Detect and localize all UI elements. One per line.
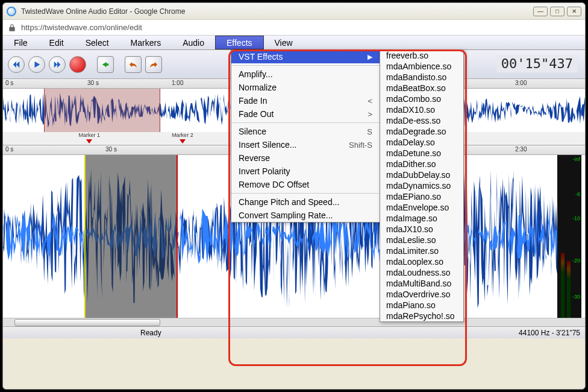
vst-plugin-item[interactable]: mdaDelay.so [380, 137, 463, 148]
menubar: File Edit Select Markers Audio Effects V… [3, 36, 585, 50]
undo-button[interactable] [125, 56, 142, 73]
status-right: 44100 Hz - 3'21"75 [519, 329, 580, 337]
menu-item[interactable]: Fade In< [231, 94, 380, 107]
window-title: TwistedWave Online Audio Editor - Google… [21, 7, 533, 16]
maximize-button[interactable]: □ [550, 7, 565, 16]
ruler-tick: 1:00 [172, 80, 183, 86]
statusbar: Ready 44100 Hz - 3'21"75 [3, 326, 585, 338]
status-left: Ready [140, 329, 161, 337]
ruler-tick: 30 s [87, 80, 99, 86]
vst-plugin-item[interactable]: mdaAmbience.so [380, 61, 463, 72]
menu-item[interactable]: Invert Polarity [231, 165, 380, 178]
menu-select[interactable]: Select [75, 36, 120, 49]
forward-button[interactable] [49, 56, 66, 73]
vst-plugin-item[interactable]: mdaJX10.so [380, 224, 463, 235]
vst-plugin-item[interactable]: freeverb.so [380, 50, 463, 61]
address-bar[interactable]: https://twistedwave.com/online/edit [3, 20, 585, 36]
ruler-tick: 2:30 [515, 146, 527, 153]
effects-dropdown: VST Effects▶ Amplify...NormalizeFade In<… [231, 49, 380, 223]
menu-item[interactable]: Change Pitch and Speed... [231, 195, 380, 209]
export-button[interactable] [97, 56, 114, 73]
menu-item[interactable]: Fade Out> [231, 107, 380, 121]
vst-plugin-item[interactable]: mdaDegrade.so [380, 126, 463, 137]
vst-plugin-item[interactable]: mdaOverdrive.so [380, 289, 463, 300]
vst-plugin-item[interactable]: mdaEnvelope.so [380, 202, 463, 213]
scrollbar-thumb[interactable] [14, 319, 160, 326]
record-button[interactable] [69, 56, 86, 73]
menu-file[interactable]: File [3, 36, 39, 49]
menu-item[interactable]: Amplify... [231, 68, 380, 81]
menu-item-vst-effects[interactable]: VST Effects▶ [231, 50, 380, 63]
url-text: https://twistedwave.com/online/edit [21, 23, 142, 32]
vst-plugin-item[interactable]: mdaBeatBox.so [380, 83, 463, 93]
marker-1[interactable]: Marker 1 [79, 132, 101, 138]
horizontal-scrollbar[interactable] [3, 318, 585, 326]
vst-plugin-item[interactable]: mdaDynamics.so [380, 180, 463, 191]
ruler-tick: 3:00 [515, 80, 527, 86]
vst-plugin-item[interactable]: mdaEPiano.so [380, 191, 463, 202]
vst-plugin-item[interactable]: mdaLeslie.so [380, 235, 463, 245]
menu-item[interactable]: Reverse [231, 151, 380, 165]
vst-plugin-item[interactable]: mdaMultiBand.so [380, 278, 463, 289]
menu-separator [231, 193, 380, 194]
timecode-display: 00'15"437 [496, 55, 578, 72]
menu-item[interactable]: Remove DC Offset [231, 178, 380, 191]
vst-plugin-item[interactable]: mdaPiano.so [380, 300, 463, 311]
menu-view[interactable]: View [264, 36, 304, 49]
overview-selection[interactable] [44, 89, 160, 132]
close-button[interactable]: ✕ [567, 7, 581, 16]
level-meter: -inf -6 -10 -20 -30 [557, 155, 581, 318]
play-button[interactable] [28, 56, 45, 73]
window-titlebar: TwistedWave Online Audio Editor - Google… [3, 3, 585, 20]
vst-plugin-item[interactable]: mdaImage.so [380, 213, 463, 224]
rewind-button[interactable] [8, 56, 25, 73]
menu-item[interactable]: Insert Silence...Shift-S [231, 138, 380, 151]
ruler-tick: 0 s [5, 146, 13, 153]
vst-plugin-item[interactable]: mdaDe-ess.so [380, 115, 463, 126]
menu-edit[interactable]: Edit [39, 36, 75, 49]
vst-plugin-item[interactable]: mdaDubDelay.so [380, 169, 463, 180]
vst-plugin-item[interactable]: mdaLooplex.so [380, 256, 463, 267]
menu-item[interactable]: Normalize [231, 81, 380, 94]
lock-icon [8, 24, 16, 32]
menu-separator [231, 122, 380, 123]
minimize-button[interactable]: — [533, 7, 548, 16]
vst-plugin-item[interactable]: mdaDetune.so [380, 148, 463, 159]
ruler-tick: 0 s [5, 80, 13, 86]
vst-plugin-item[interactable]: mdaDither.so [380, 159, 463, 169]
vst-plugin-item[interactable]: mdaLimiter.so [380, 245, 463, 256]
menu-separator [231, 65, 380, 66]
vst-plugin-item[interactable]: mdaLoudness.so [380, 267, 463, 278]
vst-submenu: freeverb.somdaAmbience.somdaBandisto.som… [380, 49, 464, 322]
vst-plugin-item[interactable]: mdaDX10.so [380, 104, 463, 115]
main-selection[interactable] [84, 155, 178, 318]
vst-plugin-item[interactable]: mdaCombo.so [380, 93, 463, 104]
menu-item[interactable]: Convert Sampling Rate... [231, 209, 380, 222]
ruler-tick: 30 s [105, 146, 117, 153]
redo-button[interactable] [145, 56, 162, 73]
menu-effects[interactable]: Effects [215, 36, 264, 49]
app-icon [7, 7, 16, 16]
vst-plugin-item[interactable]: mdaBandisto.so [380, 72, 463, 83]
menu-markers[interactable]: Markers [120, 36, 172, 49]
menu-item[interactable]: SilenceS [231, 125, 380, 138]
vst-plugin-item[interactable]: mdaRePsycho!.so [380, 311, 463, 321]
menu-audio[interactable]: Audio [172, 36, 215, 49]
marker-2[interactable]: Marker 2 [172, 132, 193, 138]
